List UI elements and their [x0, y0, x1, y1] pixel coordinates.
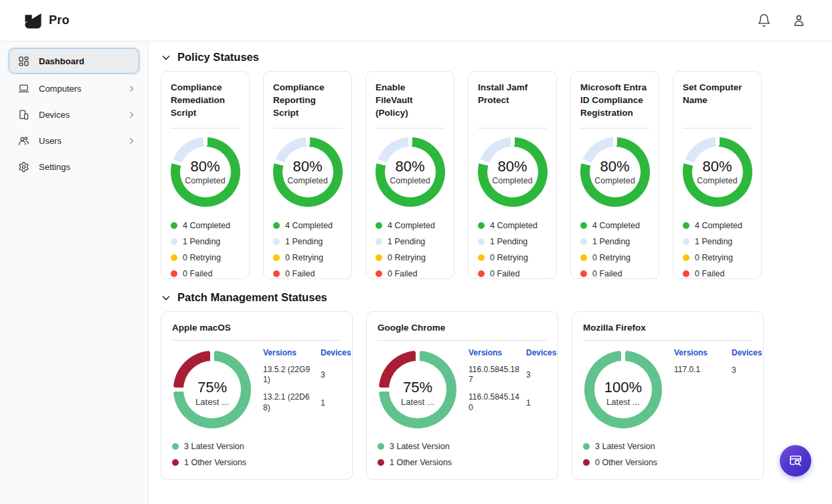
donut-center-label: Completed [390, 176, 430, 185]
legend-item: 0 Retrying [171, 253, 240, 262]
policy-legend: 4 Completed 1 Pending 0 Retrying 0 Faile… [580, 221, 649, 278]
legend-label: 1 Other Versions [390, 458, 452, 467]
donut-center-label: Completed [185, 176, 225, 185]
collapse-policy-button[interactable] [161, 52, 171, 63]
legend-label: 0 Retrying [285, 253, 323, 262]
donut-chart: 75% Latest ... [173, 351, 251, 436]
legend-label: 0 Failed [388, 269, 417, 278]
laptop-icon [18, 83, 29, 94]
legend-item: 3 Latest Version [378, 442, 547, 451]
card-title: Apple macOS [172, 321, 341, 334]
donut-chart: 80% Completed [273, 137, 343, 207]
card-divider [172, 340, 341, 341]
legend-label: 3 Latest Version [595, 442, 655, 451]
legend-dot [273, 254, 280, 261]
chevron-down-icon [161, 292, 171, 303]
legend-item: 4 Completed [478, 221, 547, 230]
gear-icon [18, 161, 29, 173]
brand-text: Pro [49, 13, 70, 27]
legend-label: 0 Failed [592, 269, 622, 278]
users-icon [18, 135, 29, 147]
legend-item: 1 Pending [478, 237, 547, 246]
donut-center-value: 80% [497, 159, 527, 175]
sidebar-item-settings[interactable]: Settings [0, 154, 148, 180]
donut-center-value: 80% [395, 159, 424, 175]
bell-icon [757, 13, 771, 27]
legend-dot [376, 238, 382, 245]
legend-label: 1 Pending [490, 237, 527, 246]
policy-card: Install Jamf Protect 80% Completed 4 Com… [468, 71, 557, 279]
legend-label: 0 Failed [695, 269, 724, 278]
policy-legend: 4 Completed 1 Pending 0 Retrying 0 Faile… [683, 221, 752, 278]
card-divider [580, 128, 649, 129]
legend-dot [478, 222, 485, 229]
main-content: Policy Statuses Compliance Remediation S… [149, 41, 832, 504]
table-row: 13.2.1 (22D68) 1 [263, 392, 351, 413]
legend-dot [376, 254, 382, 261]
collapse-patch-button[interactable] [161, 292, 171, 303]
devices-column-header[interactable]: Devices [526, 348, 556, 357]
legend-item: 0 Failed [580, 269, 649, 278]
legend-label: 4 Completed [695, 221, 742, 230]
donut-center-label: Latest ... [195, 397, 229, 407]
devices-cell: 3 [526, 370, 531, 380]
legend-item: 4 Completed [376, 221, 444, 230]
legend-dot [273, 238, 280, 245]
card-divider [378, 340, 547, 341]
donut-center-value: 100% [604, 380, 642, 396]
legend-dot [580, 222, 587, 229]
legend-label: 1 Pending [695, 237, 732, 246]
card-divider [583, 340, 752, 341]
legend-item: 0 Failed [376, 269, 444, 278]
card-divider [376, 128, 444, 129]
versions-column-header[interactable]: Versions [263, 348, 321, 359]
legend-dot [273, 270, 280, 277]
user-icon [792, 13, 806, 27]
version-cell: 116.0.5845.187 [469, 365, 526, 386]
legend-dot [171, 254, 177, 261]
patch-section-title: Patch Management Statuses [177, 291, 327, 304]
card-title: Enable FileVault (Policy) [376, 81, 444, 119]
sidebar-item-dashboard[interactable]: Dashboard [9, 48, 139, 74]
donut-chart: 80% Completed [683, 137, 752, 207]
legend-dot [683, 238, 689, 245]
card-title: Install Jamf Protect [478, 81, 547, 106]
donut-chart: 75% Latest ... [379, 351, 456, 436]
notifications-button[interactable] [754, 11, 773, 30]
devices-column-header[interactable]: Devices [321, 348, 351, 357]
donut-chart: 80% Completed [478, 137, 548, 207]
account-button[interactable] [789, 11, 808, 30]
legend-item: 0 Failed [273, 269, 342, 278]
version-cell: 13.2.1 (22D68) [263, 392, 321, 413]
legend-label: 0 Retrying [388, 253, 426, 262]
legend-dot [376, 222, 382, 229]
versions-column-header[interactable]: Versions [469, 348, 526, 359]
sidebar-item-devices[interactable]: Devices [0, 102, 148, 128]
legend-item: 1 Pending [273, 237, 342, 246]
versions-column-header[interactable]: Versions [674, 348, 732, 359]
brand[interactable]: Pro [24, 11, 70, 29]
legend-dot [583, 443, 590, 450]
legend-label: 4 Completed [285, 221, 333, 230]
legend-dot [378, 443, 384, 450]
dashboard-icon [18, 56, 29, 67]
fab-search-button[interactable] [780, 445, 811, 477]
legend-label: 3 Latest Version [390, 442, 450, 451]
legend-dot [478, 270, 485, 277]
legend-item: 4 Completed [683, 221, 752, 230]
devices-column-header[interactable]: Devices [732, 348, 762, 357]
policy-legend: 4 Completed 1 Pending 0 Retrying 0 Faile… [376, 221, 444, 278]
version-cell: 13.5.2 (22G91) [263, 365, 321, 386]
patch-legend: 3 Latest Version 0 Other Versions [583, 442, 752, 467]
legend-label: 0 Retrying [490, 253, 528, 262]
chevron-right-icon [127, 110, 136, 119]
sidebar-item-computers[interactable]: Computers [0, 76, 148, 102]
table-row: 116.0.5845.140 1 [469, 392, 556, 413]
table-row: 117.0.1 3 [674, 365, 762, 375]
sidebar-item-users[interactable]: Users [0, 128, 148, 154]
card-divider [478, 128, 547, 129]
policy-card: Set Computer Name 80% Completed 4 Comple… [673, 71, 762, 279]
legend-dot [171, 222, 177, 229]
card-title: Set Computer Name [683, 81, 752, 106]
legend-label: 0 Failed [285, 269, 315, 278]
